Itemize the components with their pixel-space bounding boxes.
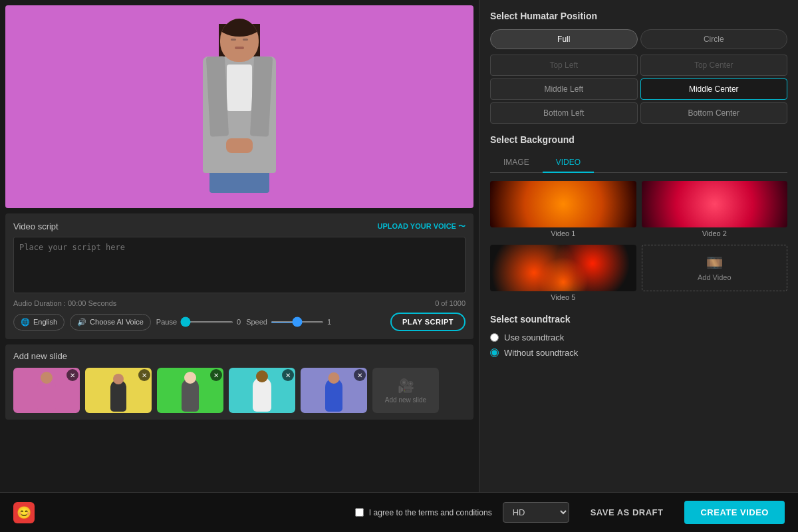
add-new-slide-button[interactable]: 🎥 Add new slide — [372, 368, 439, 413]
slide-close-2[interactable]: ✕ — [138, 369, 150, 381]
add-video-label: Add Video — [698, 273, 732, 281]
right-panel: Select Humatar Position Full Circle Top … — [479, 0, 798, 492]
bottom-bar: 😊 I agree to the terms and conditions HD… — [0, 492, 798, 532]
slide-close-5[interactable]: ✕ — [354, 369, 366, 381]
pause-value: 0 — [237, 318, 241, 326]
audio-duration: Audio Duration : 00:00 Seconds — [13, 299, 116, 307]
soundtrack-without-radio[interactable] — [490, 348, 499, 357]
ai-voice-button[interactable]: 🔊 Choose AI Voice — [70, 314, 151, 331]
play-script-button[interactable]: PLAY SCRIPT — [390, 313, 466, 331]
slide-item-2[interactable]: ✕ — [85, 368, 152, 413]
slide-close-3[interactable]: ✕ — [210, 369, 222, 381]
terms-label: I agree to the terms and conditions — [369, 508, 492, 517]
script-title: Video script — [13, 221, 59, 231]
soundtrack-section: Select soundtrack Use soundtrack Without… — [490, 314, 787, 358]
quality-select[interactable]: HD Full HD 4K — [503, 502, 569, 523]
position-top-center[interactable]: Top Center — [640, 55, 788, 76]
position-bottom-left[interactable]: Bottom Left — [490, 102, 638, 124]
speed-slider[interactable] — [271, 321, 324, 323]
globe-icon: 🌐 — [21, 318, 30, 327]
video-preview — [5, 5, 473, 208]
position-middle-left[interactable]: Middle Left — [490, 78, 638, 100]
speaker-icon: 🔊 — [77, 318, 86, 327]
add-video-container[interactable]: 🎞️ Add Video — [642, 245, 788, 303]
bg-video-5[interactable]: Video 5 — [490, 245, 636, 303]
speed-slider-group: Speed 1 — [246, 318, 331, 326]
slide-close-4[interactable]: ✕ — [282, 369, 294, 381]
terms-checkbox[interactable] — [355, 508, 364, 517]
pause-label: Pause — [156, 318, 177, 326]
app-logo: 😊 — [13, 502, 35, 523]
save-draft-button[interactable]: SAVE AS DRAFT — [580, 502, 674, 523]
background-videos-grid: Video 1 Video 2 Video 5 — [490, 181, 787, 303]
tab-image[interactable]: IMAGE — [490, 153, 543, 173]
script-textarea[interactable] — [13, 237, 466, 293]
left-panel: Video script UPLOAD YOUR VOICE 〜 Audio D… — [0, 0, 479, 492]
slide-item-5[interactable]: ✕ — [301, 368, 367, 413]
background-section-title: Select Background — [490, 134, 787, 145]
video-camera-icon: 🎥 — [398, 378, 414, 394]
bg-video-1-label: Video 1 — [490, 227, 636, 239]
speed-label: Speed — [246, 318, 267, 326]
bg-video-2-label: Video 2 — [642, 227, 788, 239]
upload-voice-button[interactable]: UPLOAD YOUR VOICE 〜 — [378, 221, 466, 231]
slide-item-3[interactable]: ✕ — [157, 368, 223, 413]
slides-title: Add new slide — [13, 351, 466, 361]
position-bottom-center[interactable]: Bottom Center — [640, 102, 788, 124]
tab-video[interactable]: VIDEO — [543, 153, 594, 173]
add-slide-label: Add new slide — [385, 396, 426, 404]
background-tabs: IMAGE VIDEO — [490, 153, 787, 173]
soundtrack-use-label: Use soundtrack — [504, 332, 564, 342]
position-middle-center[interactable]: Middle Center — [640, 78, 788, 100]
bg-video-2[interactable]: Video 2 — [642, 181, 788, 239]
script-section: Video script UPLOAD YOUR VOICE 〜 Audio D… — [5, 213, 473, 339]
terms-container: I agree to the terms and conditions — [355, 508, 492, 517]
logo-icon: 😊 — [17, 505, 31, 520]
soundtrack-without-option[interactable]: Without soundtrack — [490, 348, 787, 358]
bg-video-5-label: Video 5 — [490, 291, 636, 303]
position-type-full[interactable]: Full — [490, 29, 638, 49]
add-video-icon: 🎞️ — [706, 255, 723, 271]
bg-video-1[interactable]: Video 1 — [490, 181, 636, 239]
speed-value: 1 — [327, 318, 331, 326]
pause-slider-group: Pause 0 — [156, 318, 241, 326]
slide-close-1[interactable]: ✕ — [66, 369, 78, 381]
soundtrack-section-title: Select soundtrack — [490, 314, 787, 325]
char-count: 0 of 1000 — [435, 299, 466, 307]
soundtrack-without-label: Without soundtrack — [504, 348, 578, 358]
position-section: Select Humatar Position Full Circle Top … — [490, 11, 787, 124]
slides-list: ✕ ✕ — [13, 368, 466, 413]
language-button[interactable]: 🌐 English — [13, 314, 65, 331]
slide-item-1[interactable]: ✕ — [13, 368, 80, 413]
slides-section: Add new slide ✕ ✕ — [5, 344, 473, 420]
position-section-title: Select Humatar Position — [490, 11, 787, 21]
pause-slider[interactable] — [180, 321, 233, 323]
soundtrack-use-radio[interactable] — [490, 333, 499, 342]
slide-item-4[interactable]: ✕ — [229, 368, 295, 413]
position-type-circle[interactable]: Circle — [640, 29, 788, 49]
position-top-left[interactable]: Top Left — [490, 55, 638, 76]
add-video-button[interactable]: 🎞️ Add Video — [642, 245, 788, 291]
create-video-button[interactable]: CREATE VIDEO — [684, 501, 785, 524]
background-section: Select Background IMAGE VIDEO Video 1 — [490, 134, 787, 303]
soundtrack-use-option[interactable]: Use soundtrack — [490, 332, 787, 342]
